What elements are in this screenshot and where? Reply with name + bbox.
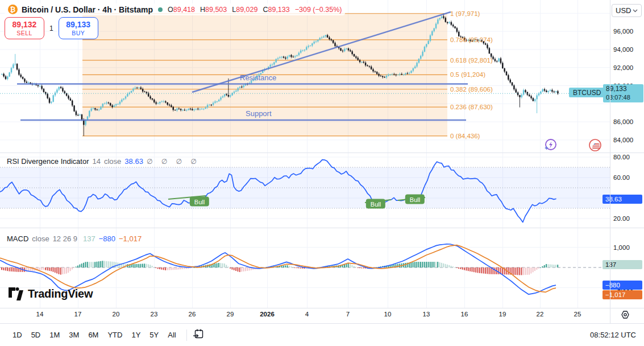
tradingview-logo-icon bbox=[8, 287, 24, 300]
macd-tick-1000: 1,000 bbox=[613, 244, 630, 251]
symbol-title[interactable]: Bitcoin / U.S. Dollar · 4h · Bitstamp bbox=[22, 5, 153, 14]
fib-level-label-0.5: 0.5 (91,204) bbox=[450, 71, 485, 78]
time-label-13: 13 bbox=[423, 311, 430, 318]
bitcoin-icon: ₿ bbox=[8, 5, 18, 14]
range-button-6m[interactable]: 6M bbox=[84, 328, 103, 342]
range-button-5y[interactable]: 5Y bbox=[145, 328, 163, 342]
currency-value: USD bbox=[616, 6, 631, 15]
price-axis-divider bbox=[610, 0, 610, 323]
time-label-17: 17 bbox=[74, 311, 82, 318]
high-value: 89,503 bbox=[205, 6, 227, 14]
fib-level-label-0.618: 0.618 (92,801) bbox=[450, 57, 493, 64]
time-label-14: 14 bbox=[36, 311, 44, 318]
time-label-4: 4 bbox=[305, 311, 309, 318]
support-label[interactable]: Support bbox=[246, 109, 272, 118]
rsi-value-badge: 38.63 bbox=[603, 195, 642, 204]
price-tick-84000: 84,000 bbox=[613, 137, 633, 143]
buy-button[interactable]: 89,133 BUY bbox=[59, 17, 98, 39]
ohlc-values: O89,418 H89,503 L89,029 C89,133 −309 (−0… bbox=[168, 6, 342, 14]
bottom-toolbar: 1D5D1M3M6MYTD1Y5YAll 08:52:12 UTC bbox=[0, 324, 644, 346]
fib-level-label-0.382: 0.382 (89,606) bbox=[450, 86, 493, 93]
range-button-1m[interactable]: 1M bbox=[45, 328, 64, 342]
range-button-1d[interactable]: 1D bbox=[8, 328, 27, 342]
time-label-29: 29 bbox=[227, 311, 234, 318]
time-label-22: 22 bbox=[537, 311, 544, 318]
macd-title: MACD bbox=[7, 234, 28, 243]
buy-price: 89,133 bbox=[66, 20, 90, 29]
high-label: H bbox=[200, 6, 205, 14]
time-axis-settings-icon[interactable] bbox=[620, 310, 630, 322]
macd-line-badge: −880 bbox=[603, 281, 642, 290]
rsi-bull-divergence-badge-3: Bull bbox=[405, 195, 425, 204]
sell-button[interactable]: 89,132 SELL bbox=[5, 17, 44, 39]
range-button-5d[interactable]: 5D bbox=[27, 328, 45, 342]
time-label-20: 20 bbox=[113, 311, 120, 318]
range-button-3m[interactable]: 3M bbox=[64, 328, 84, 342]
trade-widget: 89,132 SELL 1 89,133 BUY bbox=[5, 17, 98, 39]
tradingview-chart-window: ₿ Bitcoin / U.S. Dollar · 4h · Bitstamp … bbox=[0, 0, 644, 346]
macd-indicator-header[interactable]: MACD close 12 26 9 137 −880 −1,017 bbox=[7, 234, 142, 243]
rsi-param: 14 bbox=[93, 157, 101, 166]
current-price-badge: 89,133 03:07:48 bbox=[603, 84, 643, 102]
tradingview-logo-text: TradingView bbox=[28, 287, 93, 300]
rsi-empty-values: ∅ ∅ ∅ ∅ bbox=[147, 158, 200, 166]
price-tick-96000: 96,000 bbox=[613, 28, 633, 35]
bar-countdown: 03:07:48 bbox=[606, 93, 641, 102]
fib-level-label-0.786: 0.786 (95,074) bbox=[450, 36, 493, 43]
range-button-all[interactable]: All bbox=[163, 328, 180, 342]
price-tick-94000: 94,000 bbox=[613, 46, 633, 53]
pane-divider-macd[interactable] bbox=[0, 228, 644, 228]
time-label-26: 26 bbox=[189, 311, 196, 318]
rsi-tick-60: 60.00 bbox=[613, 174, 630, 181]
open-value: 89,418 bbox=[173, 6, 195, 14]
range-button-1y[interactable]: 1Y bbox=[127, 328, 145, 342]
toolbar-separator bbox=[186, 329, 187, 341]
rsi-source: close bbox=[104, 157, 121, 166]
time-label-16: 16 bbox=[461, 311, 468, 318]
rsi-bull-divergence-badge-2: Bull bbox=[366, 199, 385, 209]
rsi-tick-20: 20.00 bbox=[613, 215, 630, 222]
open-label: O bbox=[168, 6, 173, 14]
close-value: 89,133 bbox=[268, 6, 289, 14]
time-label-2026: 2026 bbox=[260, 311, 275, 318]
current-price-value: 89,133 bbox=[606, 85, 641, 93]
macd-line-value: −880 bbox=[99, 234, 115, 243]
time-label-10: 10 bbox=[384, 311, 392, 318]
fib-level-label-0: 0 (84,436) bbox=[450, 133, 480, 139]
boost-lightning-icon[interactable] bbox=[543, 138, 558, 155]
time-label-25: 25 bbox=[574, 311, 581, 318]
resistance-label[interactable]: Resistance bbox=[240, 73, 276, 82]
rsi-tick-80: 80.00 bbox=[613, 154, 630, 160]
price-tick-92000: 92,000 bbox=[613, 64, 633, 71]
currency-dropdown[interactable]: USD bbox=[612, 4, 642, 17]
go-to-date-button[interactable] bbox=[193, 328, 205, 342]
fib-level-label-1: 1 (97,971) bbox=[450, 10, 480, 17]
macd-signal-value: −1,017 bbox=[119, 234, 142, 243]
time-axis-divider bbox=[0, 308, 644, 308]
macd-hist-badge: 137 bbox=[603, 260, 642, 269]
macd-hist-value: 137 bbox=[83, 234, 95, 243]
us-flag-event-icon[interactable] bbox=[589, 139, 601, 154]
rsi-bull-divergence-badge-1: Bull bbox=[190, 197, 209, 207]
sell-label: SELL bbox=[16, 30, 32, 36]
price-tick-86000: 86,000 bbox=[613, 118, 633, 125]
range-selector: 1D5D1M3M6MYTD1Y5YAll bbox=[8, 328, 181, 342]
tradingview-logo[interactable]: TradingView bbox=[8, 287, 93, 300]
range-button-ytd[interactable]: YTD bbox=[103, 328, 127, 342]
change-value: −309 (−0.35%) bbox=[295, 6, 342, 14]
time-label-19: 19 bbox=[499, 311, 506, 318]
symbol-price-flag: BTCUSD bbox=[569, 88, 605, 97]
rsi-title: RSI Divergence Indicator bbox=[7, 157, 89, 166]
market-status-icon bbox=[158, 7, 163, 12]
macd-params: 12 26 9 bbox=[53, 234, 77, 243]
chevron-down-icon bbox=[633, 9, 638, 13]
fib-level-label-0.236: 0.236 (87,630) bbox=[450, 104, 493, 110]
time-label-23: 23 bbox=[151, 311, 158, 318]
buy-label: BUY bbox=[72, 30, 85, 36]
macd-source: close bbox=[32, 234, 49, 243]
rsi-value: 38.63 bbox=[124, 157, 143, 166]
low-value: 89,029 bbox=[236, 6, 257, 14]
utc-clock[interactable]: 08:52:12 UTC bbox=[590, 331, 636, 339]
macd-signal-badge: −1,017 bbox=[603, 290, 642, 299]
rsi-indicator-header[interactable]: RSI Divergence Indicator 14 close 38.63 … bbox=[7, 157, 200, 166]
